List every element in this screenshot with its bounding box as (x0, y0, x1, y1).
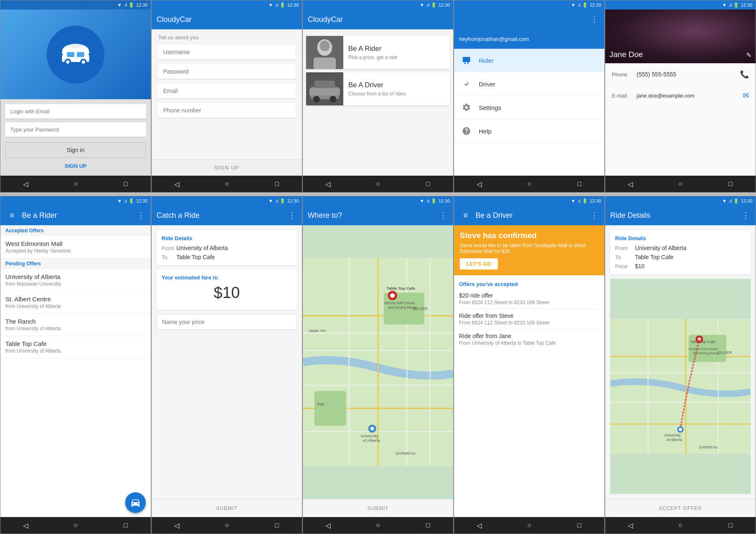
recent-btn-4[interactable]: □ (573, 178, 585, 190)
fab-button[interactable] (125, 492, 146, 513)
email-field[interactable] (5, 104, 146, 119)
phone-input[interactable] (158, 103, 295, 118)
back-btn-1[interactable]: ◁ (19, 178, 32, 190)
hamburger-icon-6[interactable]: ≡ (7, 210, 17, 220)
recent-btn-9[interactable]: □ (573, 519, 585, 532)
more-icon-6[interactable]: ⋮ (136, 210, 146, 220)
nav-bar-8: ◁ ○ □ (303, 517, 453, 534)
home-btn-2[interactable]: ○ (221, 178, 233, 190)
submit-bar-8[interactable]: SUBMIT (303, 499, 453, 517)
signal-icon-9: ▼ (571, 198, 575, 203)
svg-text:Jasper Ave: Jasper Ave (309, 329, 326, 333)
battery-icon-9: 🔋 (582, 198, 588, 204)
list-item-west-edmonton[interactable]: West Edmonton Mall Accepted by Harley Va… (0, 236, 151, 258)
offer-item-3[interactable]: Ride offer from Jane From University of … (459, 329, 599, 349)
home-btn-1[interactable]: ○ (69, 178, 82, 190)
offer-sub-2: From 6524 112 Street to 8233 109 Street (459, 320, 599, 326)
home-btn-7[interactable]: ○ (221, 519, 233, 532)
list-item-st-albert[interactable]: St. Albert Centre from University of Alb… (0, 291, 151, 314)
list-item-tabletop[interactable]: Table Top Cafe from University of Albert… (0, 336, 151, 358)
home-btn-3[interactable]: ○ (372, 178, 384, 190)
offers-section: Offers you've accepted $20 ride offer Fr… (454, 275, 604, 517)
edit-profile-icon[interactable]: ✎ (746, 51, 751, 59)
password-field[interactable] (5, 122, 146, 137)
recent-btn-8[interactable]: □ (422, 519, 434, 532)
home-btn-5[interactable]: ○ (674, 178, 687, 190)
menu-item-settings[interactable]: Settings (454, 96, 604, 119)
status-bar-10: ▼ .ıl 🔋 12:30 (605, 196, 756, 205)
confirmed-banner: Steve has confirmed Steve would like to … (454, 225, 604, 275)
list-item-ranch[interactable]: The Ranch from University of Alberta (0, 314, 151, 336)
recent-btn-5[interactable]: □ (724, 178, 737, 190)
appbar-ride-details: Ride Details ⋮ (605, 205, 756, 225)
more-icon[interactable]: ⋮ (590, 14, 599, 24)
back-btn-8[interactable]: ◁ (322, 519, 334, 532)
time-10: 12:30 (741, 198, 752, 203)
from-label-2: From (615, 245, 632, 251)
appbar-title-role: CloudyCar (308, 15, 448, 24)
recent-btn-10[interactable]: □ (724, 519, 737, 532)
home-btn-9[interactable]: ○ (523, 519, 535, 532)
recent-btn-3[interactable]: □ (422, 178, 434, 190)
price-input[interactable] (157, 314, 297, 330)
menu-item-help[interactable]: Help (454, 119, 604, 143)
offer-title-3: Ride offer from Jane (459, 333, 599, 339)
screen-catch-ride: ▼ .ıl 🔋 12:30 Catch a Ride ⋮ Ride Detail… (151, 196, 302, 534)
signal-icon-2: ▼ (269, 2, 273, 7)
map-area[interactable]: Table Top Cafe OLIVER Victoria Golf Cour… (303, 225, 453, 499)
offers-header: Offers you've accepted (459, 281, 599, 287)
recent-btn-2[interactable]: □ (271, 178, 283, 190)
home-btn-8[interactable]: ○ (372, 519, 384, 532)
ride-map: Table Top Cafe OLIVER Victoria Golf Cour… (610, 279, 751, 494)
wifi-icon-8: .ıl (426, 198, 430, 203)
back-btn-6[interactable]: ◁ (19, 519, 32, 532)
back-btn-10[interactable]: ◁ (624, 519, 637, 532)
offer-item-2[interactable]: Ride offer from Steve From 6524 112 Stre… (459, 309, 599, 329)
nav-bar-10: ◁ ○ □ (605, 517, 756, 534)
wifi-icon-3: .ıl (426, 2, 430, 7)
home-btn-6[interactable]: ○ (69, 519, 82, 532)
back-btn-2[interactable]: ◁ (171, 178, 183, 190)
status-icons-2: ▼ .ıl 🔋 12:30 (269, 2, 299, 8)
back-btn-5[interactable]: ◁ (624, 178, 637, 190)
accept-offer-bar[interactable]: ACCEPT OFFER (605, 499, 756, 517)
status-icons-9: ▼ .ıl 🔋 12:30 (571, 198, 601, 204)
menu-item-rider[interactable]: Rider (454, 49, 604, 72)
username-input[interactable] (158, 45, 295, 60)
appbar-rider-list: ≡ Be a Rider ⋮ (0, 205, 151, 225)
home-btn-4[interactable]: ○ (523, 178, 535, 190)
menu-item-driver[interactable]: Driver (454, 72, 604, 96)
back-btn-9[interactable]: ◁ (473, 519, 485, 532)
screen-ride-details: ▼ .ıl 🔋 12:30 Ride Details ⋮ Ride Detail… (605, 196, 756, 534)
svg-rect-21 (463, 57, 470, 62)
signup-link[interactable]: SIGN UP (5, 161, 146, 171)
home-btn-10[interactable]: ○ (674, 519, 687, 532)
offer-item-1[interactable]: $20 ride offer From 6524 112 Street to 8… (459, 289, 599, 309)
submit-bar-7[interactable]: SUBMIT (152, 499, 302, 517)
more-icon-9[interactable]: ⋮ (590, 210, 599, 220)
lets-go-button[interactable]: LET'S GO (460, 258, 498, 269)
list-item-uoa[interactable]: University of Alberta from Macewan Unive… (0, 269, 151, 291)
email-input[interactable] (158, 83, 295, 99)
recent-btn-6[interactable]: □ (119, 519, 132, 532)
more-icon-7[interactable]: ⋮ (287, 210, 297, 220)
recent-btn-7[interactable]: □ (271, 519, 283, 532)
back-btn-4[interactable]: ◁ (473, 178, 485, 190)
rider-card[interactable]: Be A Rider Pick a price, get a ride (306, 36, 450, 69)
driver-card[interactable]: Be A Driver Choose from a list of rides (306, 72, 450, 105)
back-btn-7[interactable]: ◁ (171, 519, 183, 532)
back-btn-3[interactable]: ◁ (322, 178, 334, 190)
driver-card-text: Be A Driver Choose from a list of rides (343, 76, 450, 102)
recent-btn-1[interactable]: □ (119, 178, 132, 190)
more-icon-8[interactable]: ⋮ (438, 210, 448, 220)
svg-point-18 (313, 96, 320, 103)
hamburger-icon-9[interactable]: ≡ (461, 210, 471, 220)
more-icon-10[interactable]: ⋮ (741, 210, 751, 220)
status-bar-6: ▼ .ıl 🔋 12:30 (0, 196, 151, 205)
signin-button[interactable]: Sign in (5, 142, 146, 158)
wifi-icon-5: .ıl (728, 2, 732, 7)
svg-marker-24 (464, 82, 469, 86)
signup-button[interactable]: SIGN UP (152, 159, 302, 176)
password-input[interactable] (158, 64, 295, 79)
signal-icon-3: ▼ (420, 2, 424, 7)
